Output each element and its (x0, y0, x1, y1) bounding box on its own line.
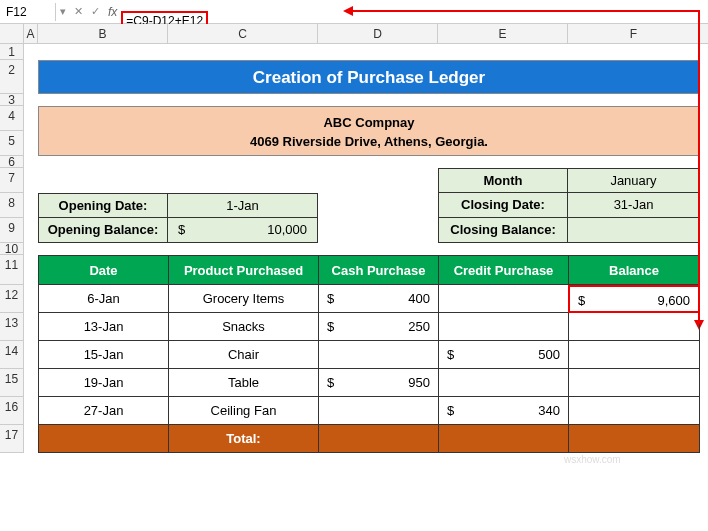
row-header-14[interactable]: 14 (0, 341, 23, 369)
total-row[interactable]: Total: (38, 425, 700, 453)
cell-product[interactable]: Grocery Items (168, 285, 318, 313)
ledger-table: Date Product Purchased Cash Purchase Cre… (38, 255, 700, 453)
cell-date[interactable]: 27-Jan (38, 397, 168, 425)
company-address: 4069 Riverside Drive, Athens, Georgia. (39, 132, 699, 151)
opening-balance-label: Opening Balance: (38, 218, 168, 243)
opening-date-label: Opening Date: (38, 193, 168, 218)
row-header-17[interactable]: 17 (0, 425, 23, 453)
col-header-E[interactable]: E (438, 24, 568, 43)
month-value[interactable]: January (568, 168, 700, 193)
spreadsheet-grid: A B C D E F 1 2 3 4 5 6 7 8 9 10 11 12 1… (0, 24, 708, 453)
fx-icon[interactable]: fx (104, 5, 121, 19)
cell-date[interactable]: 15-Jan (38, 341, 168, 369)
row-header-8[interactable]: 8 (0, 193, 23, 218)
col-header-B[interactable]: B (38, 24, 168, 43)
row-header-4[interactable]: 4 (0, 106, 23, 131)
row-header-13[interactable]: 13 (0, 313, 23, 341)
total-spacer (38, 425, 168, 453)
row-header-9[interactable]: 9 (0, 218, 23, 243)
closing-balance-value[interactable] (568, 218, 700, 243)
table-header-row: Date Product Purchased Cash Purchase Cre… (38, 255, 700, 285)
sheet-cells[interactable]: Creation of Purchase Ledger ABC Compnay … (24, 44, 700, 453)
month-label: Month (438, 168, 568, 193)
row-header-5[interactable]: 5 (0, 131, 23, 156)
opening-date-value[interactable]: 1-Jan (168, 193, 318, 218)
cell-product[interactable]: Chair (168, 341, 318, 369)
cell-product[interactable]: Ceiling Fan (168, 397, 318, 425)
cell-credit[interactable] (438, 369, 568, 397)
cell-credit[interactable]: $500 (438, 341, 568, 369)
cell-credit[interactable]: $340 (438, 397, 568, 425)
name-box[interactable]: F12 (0, 3, 56, 21)
table-row[interactable]: 13-Jan Snacks $250 (38, 313, 700, 341)
cancel-icon[interactable]: ✕ (74, 5, 83, 18)
select-all-corner[interactable] (0, 24, 24, 43)
cell-date[interactable]: 6-Jan (38, 285, 168, 313)
opening-section: Opening Date: 1-Jan Opening Balance: $10… (38, 193, 318, 243)
month-section: Month January Closing Date: 31-Jan Closi… (438, 168, 700, 243)
total-balance[interactable] (568, 425, 700, 453)
col-header-D[interactable]: D (318, 24, 438, 43)
cell-product[interactable]: Table (168, 369, 318, 397)
th-product: Product Purchased (168, 255, 318, 285)
col-header-C[interactable]: C (168, 24, 318, 43)
cell-cash[interactable]: $250 (318, 313, 438, 341)
cell-balance[interactable] (568, 341, 700, 369)
row-header-11[interactable]: 11 (0, 255, 23, 285)
annotation-arrow (698, 10, 700, 324)
row-headers: 1 2 3 4 5 6 7 8 9 10 11 12 13 14 15 16 1… (0, 44, 24, 453)
total-cash[interactable] (318, 425, 438, 453)
company-name: ABC Compnay (39, 113, 699, 132)
cell-credit[interactable] (438, 313, 568, 341)
cell-cash[interactable] (318, 341, 438, 369)
enter-icon[interactable]: ✓ (91, 5, 100, 18)
table-row[interactable]: 15-Jan Chair $500 (38, 341, 700, 369)
th-date: Date (38, 255, 168, 285)
opening-balance-value[interactable]: $10,000 (168, 218, 318, 243)
cell-cash[interactable] (318, 397, 438, 425)
row-header-7[interactable]: 7 (0, 168, 23, 193)
row-header-3[interactable]: 3 (0, 94, 23, 106)
cell-cash[interactable]: $950 (318, 369, 438, 397)
th-cash: Cash Purchase (318, 255, 438, 285)
closing-balance-label: Closing Balance: (438, 218, 568, 243)
formula-controls: ▾ ✕ ✓ (56, 5, 104, 18)
total-label: Total: (168, 425, 318, 453)
cell-cash[interactable]: $400 (318, 285, 438, 313)
row-header-12[interactable]: 12 (0, 285, 23, 313)
table-row[interactable]: 27-Jan Ceiling Fan $340 (38, 397, 700, 425)
th-credit: Credit Purchase (438, 255, 568, 285)
row-header-6[interactable]: 6 (0, 156, 23, 168)
closing-date-value[interactable]: 31-Jan (568, 193, 700, 218)
row-header-15[interactable]: 15 (0, 369, 23, 397)
column-headers: A B C D E F (0, 24, 708, 44)
row-header-10[interactable]: 10 (0, 243, 23, 255)
row-header-16[interactable]: 16 (0, 397, 23, 425)
row-header-1[interactable]: 1 (0, 44, 23, 60)
table-row[interactable]: 19-Jan Table $950 (38, 369, 700, 397)
cell-product[interactable]: Snacks (168, 313, 318, 341)
formula-bar: F12 ▾ ✕ ✓ fx =C9-D12+E12 (0, 0, 708, 24)
cell-balance[interactable] (568, 369, 700, 397)
cell-date[interactable]: 19-Jan (38, 369, 168, 397)
row-header-2[interactable]: 2 (0, 60, 23, 94)
company-info: ABC Compnay 4069 Riverside Drive, Athens… (38, 106, 700, 156)
table-row[interactable]: 6-Jan Grocery Items $400 $9,600 (38, 285, 700, 313)
dropdown-icon[interactable]: ▾ (60, 5, 66, 18)
cell-balance-selected[interactable]: $9,600 (568, 285, 700, 313)
cell-balance[interactable] (568, 313, 700, 341)
col-header-F[interactable]: F (568, 24, 700, 43)
cell-balance[interactable] (568, 397, 700, 425)
closing-date-label: Closing Date: (438, 193, 568, 218)
cell-date[interactable]: 13-Jan (38, 313, 168, 341)
total-credit[interactable] (438, 425, 568, 453)
watermark: wsxhow.com (564, 454, 621, 465)
th-balance: Balance (568, 255, 700, 285)
page-title: Creation of Purchase Ledger (38, 60, 700, 94)
col-header-A[interactable]: A (24, 24, 38, 43)
annotation-arrow (350, 10, 700, 12)
cell-credit[interactable] (438, 285, 568, 313)
